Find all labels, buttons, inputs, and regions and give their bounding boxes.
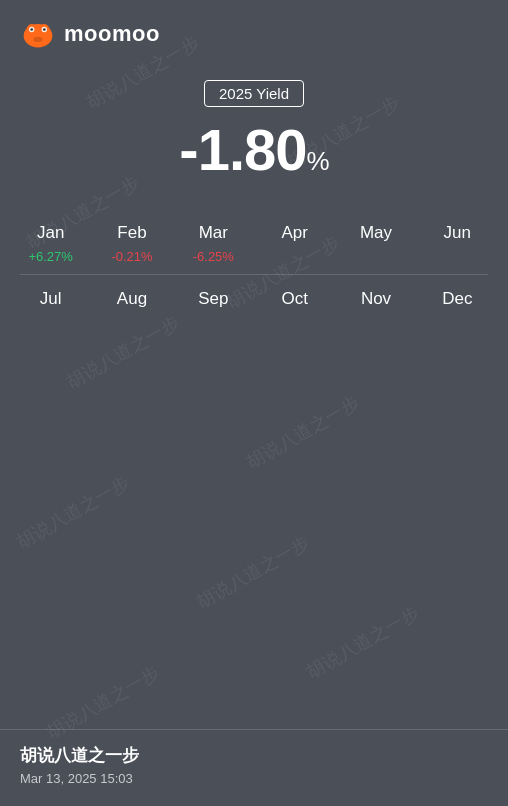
month-label: Jul	[40, 289, 62, 309]
month-label: Jun	[444, 223, 471, 243]
svg-point-5	[30, 28, 33, 31]
app-header: moomoo	[0, 0, 508, 60]
month-value	[293, 315, 297, 330]
month-value: +6.27%	[28, 249, 72, 264]
month-cell-oct: Oct	[254, 275, 335, 340]
footer-datetime: Mar 13, 2025 15:03	[20, 771, 488, 786]
yield-section: 2025 Yield -1.80%	[0, 60, 508, 209]
month-cell-jul: Jul	[10, 275, 91, 340]
month-value	[212, 315, 216, 330]
months-section: Jan+6.27%Feb-0.21%Mar-6.25%AprMayJun Jul…	[0, 209, 508, 340]
month-cell-nov: Nov	[335, 275, 416, 340]
month-label: Oct	[281, 289, 307, 309]
month-label: Dec	[442, 289, 472, 309]
month-value	[374, 315, 378, 330]
month-label: Sep	[198, 289, 228, 309]
months-row-1: Jan+6.27%Feb-0.21%Mar-6.25%AprMayJun	[10, 209, 498, 274]
svg-point-6	[43, 28, 46, 31]
month-cell-dec: Dec	[417, 275, 498, 340]
month-cell-jan: Jan+6.27%	[10, 209, 91, 274]
yield-value: -1.80%	[179, 121, 328, 179]
yield-percent: %	[307, 146, 329, 176]
logo-text: moomoo	[64, 21, 160, 47]
month-value	[130, 315, 134, 330]
month-value	[49, 315, 53, 330]
month-label: Mar	[199, 223, 228, 243]
month-cell-aug: Aug	[91, 275, 172, 340]
yield-number: -1.80	[179, 117, 306, 182]
months-row-2: Jul Aug Sep Oct Nov Dec	[10, 275, 498, 340]
month-label: Aug	[117, 289, 147, 309]
month-cell-apr: Apr	[254, 209, 335, 274]
month-cell-feb: Feb-0.21%	[91, 209, 172, 274]
month-label: Apr	[281, 223, 307, 243]
logo: moomoo	[20, 16, 160, 52]
month-value: -6.25%	[193, 249, 234, 264]
footer-username: 胡说八道之一步	[20, 744, 488, 767]
month-cell-may: May	[335, 209, 416, 274]
yield-badge: 2025 Yield	[204, 80, 304, 107]
month-label: May	[360, 223, 392, 243]
month-label: Feb	[117, 223, 146, 243]
month-cell-sep: Sep	[173, 275, 254, 340]
month-value	[456, 315, 460, 330]
moomoo-logo-icon	[20, 16, 56, 52]
month-label: Jan	[37, 223, 64, 243]
month-label: Nov	[361, 289, 391, 309]
svg-point-7	[34, 37, 43, 42]
month-cell-mar: Mar-6.25%	[173, 209, 254, 274]
footer: 胡说八道之一步 Mar 13, 2025 15:03	[0, 729, 508, 806]
month-cell-jun: Jun	[417, 209, 498, 274]
month-value: -0.21%	[111, 249, 152, 264]
